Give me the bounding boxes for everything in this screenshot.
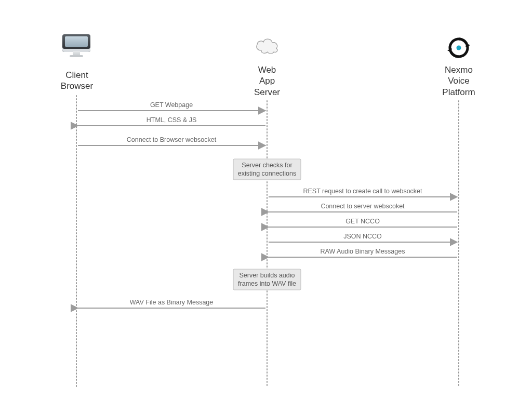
message-label: GET NCCO	[345, 218, 380, 225]
message-label: REST request to create call to websocket	[303, 188, 422, 195]
note-text: existing connections	[238, 170, 297, 177]
note-text: Server builds audio	[239, 272, 295, 279]
message-label: Connect to server webscoket	[321, 203, 405, 210]
note-text: frames into WAV file	[238, 280, 296, 287]
diagram-canvas: GET Webpage HTML, CSS & JS Connect to Br…	[0, 0, 532, 399]
sequence-diagram: Client Browser Web App Server Nexmo Voic…	[0, 0, 532, 399]
message-label: GET Webpage	[150, 101, 193, 109]
message-label: JSON NCCO	[343, 233, 382, 240]
message-label: RAW Audio Binary Messages	[321, 248, 405, 255]
message-label: HTML, CSS & JS	[147, 116, 197, 124]
message-label: WAV File as Binary Message	[130, 299, 214, 306]
note-text: Server checks for	[242, 162, 292, 169]
message-label: Connect to Browser websocket	[127, 136, 217, 143]
